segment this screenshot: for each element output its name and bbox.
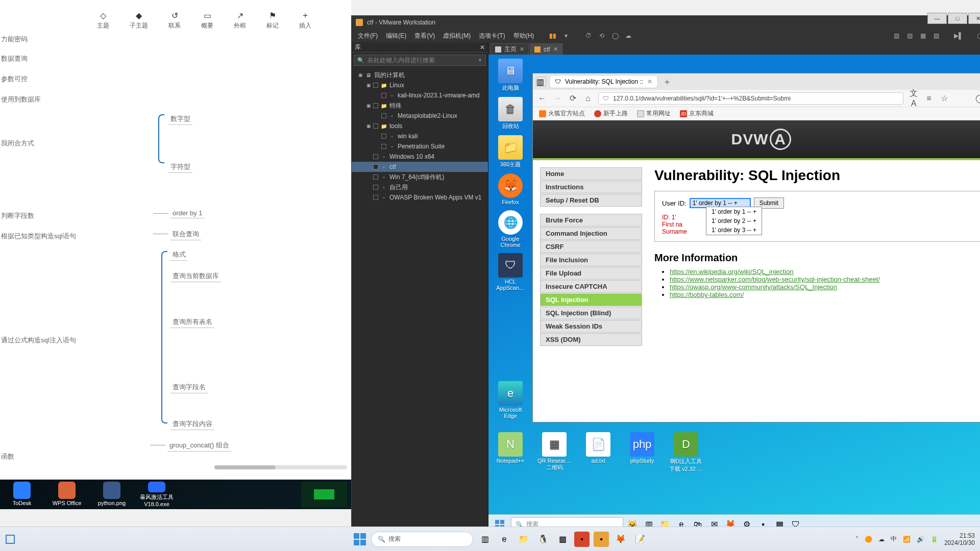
tree-item[interactable]: ▫ctf (352, 162, 488, 172)
guest-icon-firefox[interactable]: 🦊Firefox (493, 173, 528, 205)
mm-node[interactable]: 力能密码 (1, 35, 28, 44)
ff-recent-icon[interactable]: ▥ (536, 77, 546, 87)
host-tb-app2-icon[interactable]: ▪ (574, 532, 590, 547)
library-search[interactable]: 🔍 在此处键入内容进行搜索 ▼ (354, 55, 486, 66)
tray-app-icon[interactable]: 🟠 (865, 536, 872, 543)
nav-instructions[interactable]: Instructions (540, 181, 642, 193)
fullscreen-icon[interactable]: ▢▾ (975, 31, 980, 40)
tray-onedrive-icon[interactable]: ☁ (878, 536, 885, 543)
checkbox-icon[interactable] (373, 174, 378, 180)
nav-file-upload[interactable]: File Upload (540, 267, 642, 280)
host-start-button[interactable] (353, 532, 367, 546)
translate-icon[interactable]: 文A (909, 88, 919, 108)
tree-item[interactable]: ▫Metasploitable2-Linux (352, 111, 488, 121)
expand-icon[interactable]: ▣ (358, 72, 363, 78)
mm-leaf[interactable]: 格式 (170, 249, 188, 261)
mm-tool-boundary[interactable]: ↗外框 (234, 10, 246, 30)
guest-icon-edge[interactable]: eMicrosoft Edge (493, 381, 528, 422)
account-icon[interactable]: ◯ (975, 93, 980, 103)
vm-send-icon[interactable]: ⟲ (596, 31, 607, 40)
host-tb-app-icon[interactable]: ▩ (555, 532, 570, 547)
library-close-icon[interactable]: ✕ (480, 44, 485, 51)
checkbox-icon[interactable] (373, 164, 378, 169)
host-widgets-button[interactable] (0, 535, 20, 544)
vm-snapshot-icon[interactable]: ⏱ (583, 31, 594, 40)
host-tb-firefox-icon[interactable]: 🦊 (613, 532, 628, 547)
mm-tool-relation[interactable]: ↺联系 (168, 10, 181, 30)
tree-item[interactable]: ▣📁tools (352, 121, 488, 131)
desktop-icon-wps[interactable]: WPS Office (49, 482, 85, 507)
vm-clock-icon[interactable]: ◯ (609, 31, 621, 40)
mm-node[interactable]: 使用到数据库 (1, 95, 41, 104)
checkbox-icon[interactable] (373, 185, 378, 190)
ac-option[interactable]: 1' order by 3 -- + (706, 226, 762, 235)
host-tb-notes-icon[interactable]: 📝 (632, 532, 648, 547)
tree-item[interactable]: ▣📁特殊 (352, 101, 488, 111)
nav-brute-force[interactable]: Brute Force (540, 214, 642, 227)
checkbox-icon[interactable] (381, 113, 386, 118)
host-tb-edge-icon[interactable]: e (497, 532, 512, 547)
mindmap-hscroll[interactable] (214, 465, 347, 469)
guest-icon-thispc[interactable]: 🖥此电脑 (493, 59, 528, 92)
bm-firefox-official[interactable]: 火狐官方站点 (539, 109, 585, 118)
back-icon[interactable]: ← (537, 94, 547, 103)
home-icon[interactable]: ⌂ (583, 94, 593, 103)
vm-net-icon[interactable]: ☁ (623, 31, 634, 40)
checkbox-icon[interactable] (373, 103, 378, 108)
mm-leaf[interactable]: 查询字段名 (170, 382, 208, 393)
ff-tab-active[interactable]: 🛡 Vulnerability: SQL Injection :: ✕ (549, 75, 658, 88)
reload-icon[interactable]: ⟳ (568, 93, 578, 103)
layout-icon[interactable]: ▥ (891, 31, 902, 40)
guest-icon-360theme[interactable]: 📁360主题 (493, 135, 528, 168)
mm-tool-topic[interactable]: ◇主题 (97, 10, 109, 30)
tab-close-icon[interactable]: ✕ (647, 78, 652, 85)
info-link[interactable]: https://owasp.org/www-community/attacks/… (670, 283, 837, 291)
url-field[interactable]: 🛡 127.0.0.1/dvwa/vulnerabilities/sqli/?i… (598, 92, 903, 105)
host-tb-taskview-icon[interactable]: ▥ (477, 532, 493, 547)
bookmark-star-icon[interactable]: ☆ (939, 93, 949, 103)
expand-icon[interactable]: ▣ (366, 103, 371, 108)
mm-node[interactable]: 判断字段数 (1, 211, 34, 220)
menu-edit[interactable]: 编辑(E) (383, 31, 409, 41)
dropdown-icon[interactable]: ▼ (478, 58, 482, 63)
tray-ime-icon[interactable]: 中 (891, 535, 897, 543)
mm-node[interactable]: 函数 (1, 452, 14, 461)
vm-tab-ctf[interactable]: ctf✕ (530, 43, 562, 55)
window-minimize-button[interactable]: — (927, 13, 947, 24)
mm-node[interactable]: 通过公式构造sql注入语句 (1, 336, 76, 345)
menu-help[interactable]: 帮助(H) (510, 31, 537, 41)
vmware-titlebar[interactable]: ctf - VMware Workstation (352, 16, 980, 29)
mm-leaf[interactable]: order by 1 (170, 208, 205, 218)
host-clock[interactable]: 21:53 2024/10/30 (944, 532, 975, 546)
checkbox-icon[interactable] (381, 93, 386, 98)
guest-icon-recyclebin[interactable]: 🗑回收站 (493, 97, 528, 130)
guest-icon-notepadpp[interactable]: NNotepad++ (493, 432, 528, 473)
mm-leaf[interactable]: 查询所有表名 (170, 316, 214, 328)
mm-leaf[interactable]: group_concat() 组合 (167, 440, 231, 452)
tab-close-icon[interactable]: ✕ (520, 46, 524, 53)
mm-leaf[interactable]: 字符型 (168, 161, 192, 173)
tray-network-icon[interactable]: 📶 (903, 536, 911, 543)
guest-icon-adtxt[interactable]: 📄ad.txt (580, 432, 616, 473)
nav-insecure-captcha[interactable]: Insecure CAPTCHA (540, 280, 642, 293)
scroll-thumb[interactable] (214, 465, 276, 469)
tree-item[interactable]: ▫kali-linux-2023.1-vmware-amd (352, 90, 488, 101)
tab-close-icon[interactable]: ✕ (553, 46, 558, 53)
nav-csrf[interactable]: CSRF (540, 240, 642, 253)
desktop-icon-activator[interactable]: 暴风激活工具V18.0.exe (139, 482, 175, 507)
mm-tool-summary[interactable]: ▭概要 (201, 10, 213, 30)
info-link[interactable]: https://en.wikipedia.org/wiki/SQL_inject… (670, 268, 794, 276)
tray-volume-icon[interactable]: 🔊 (917, 536, 924, 543)
tree-item[interactable]: ▣🖥我的计算机 (352, 70, 488, 80)
info-link[interactable]: https://www.netsparker.com/blog/web-secu… (670, 276, 880, 283)
tree-item[interactable]: ▫自己用 (352, 182, 488, 192)
vm-pause-icon[interactable]: ▮▮ (547, 31, 558, 40)
nav-weak-session[interactable]: Weak Session IDs (540, 320, 642, 333)
nav-file-inclusion[interactable]: File Inclusion (540, 254, 642, 266)
host-tb-explorer-icon[interactable]: 📁 (516, 532, 531, 547)
vm-tab-home[interactable]: 主页✕ (491, 43, 529, 55)
menu-tabs[interactable]: 选项卡(T) (476, 31, 508, 41)
ac-option[interactable]: 1' order by 1 -- + (706, 207, 762, 216)
host-tb-vmware-icon[interactable]: ▪ (594, 532, 609, 547)
desktop-icon-todesk[interactable]: ToDesk (4, 482, 40, 507)
